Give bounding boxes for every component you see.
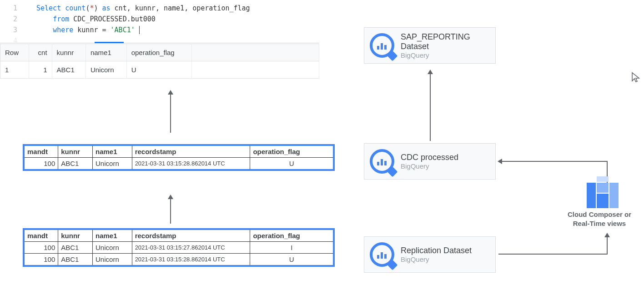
table-row: 100 ABC1 Unicorn 2021-03-31 03:15:28.862… bbox=[24, 254, 334, 266]
replication-table: mandt kunnr name1 recordstamp operation_… bbox=[23, 228, 335, 267]
card-title: Replication Dataset bbox=[401, 246, 472, 255]
table-row: 100 ABC1 Unicorn 2021-03-31 03:15:27.862… bbox=[24, 242, 334, 254]
bigquery-icon bbox=[370, 242, 394, 267]
table-row: 1 1 ABC1 Unicorn U bbox=[0, 61, 319, 79]
table-header-row: Row cnt kunnr name1 operation_flag bbox=[0, 44, 319, 61]
editor-gutter: 1 2 3 4 bbox=[0, 3, 23, 46]
arrow-up-icon bbox=[170, 91, 171, 133]
arrow-up-icon bbox=[430, 70, 431, 141]
query-results-table: Row cnt kunnr name1 operation_flag 1 1 A… bbox=[0, 44, 319, 79]
editor-code: Select count(*) as cnt, kunnr, name1, op… bbox=[36, 3, 319, 35]
cursor-icon bbox=[631, 72, 641, 86]
table-row: 100 ABC1 Unicorn 2021-03-31 03:15:28.862… bbox=[24, 158, 334, 170]
cdc-processed-table: mandt kunnr name1 recordstamp operation_… bbox=[23, 144, 335, 171]
card-subtitle: BigQuery bbox=[401, 255, 472, 263]
card-title: SAP_REPORTING Dataset bbox=[401, 32, 490, 51]
sql-editor[interactable]: 1 2 3 4 Select count(*) as cnt, kunnr, n… bbox=[0, 0, 319, 43]
arrow-up-icon bbox=[170, 195, 171, 224]
replication-dataset-card: Replication Dataset BigQuery bbox=[364, 236, 496, 273]
card-title: CDC processed bbox=[401, 153, 458, 162]
card-subtitle: BigQuery bbox=[401, 162, 458, 170]
tab-underline bbox=[95, 42, 124, 43]
bigquery-icon bbox=[370, 149, 394, 174]
card-subtitle: BigQuery bbox=[401, 51, 490, 59]
cloud-composer-icon bbox=[587, 176, 619, 208]
composer-label: Cloud Composer or Real-Time views bbox=[555, 210, 644, 228]
bigquery-icon bbox=[370, 33, 394, 58]
sap-reporting-dataset-card: SAP_REPORTING Dataset BigQuery bbox=[364, 27, 496, 64]
cdc-processed-dataset-card: CDC processed BigQuery bbox=[364, 143, 496, 180]
